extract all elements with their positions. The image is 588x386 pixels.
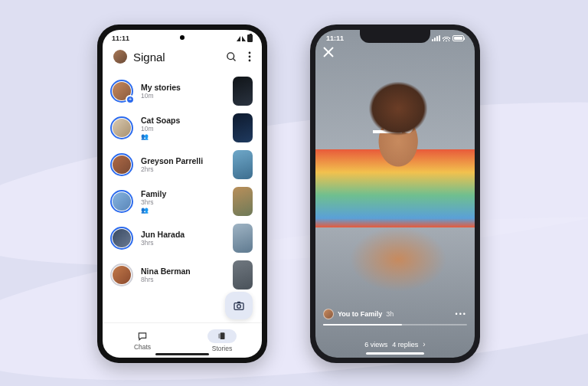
story-text: Cat Soaps10m👥 bbox=[141, 116, 228, 141]
battery-icon bbox=[247, 34, 253, 42]
story-row[interactable]: +My stories10m bbox=[110, 73, 254, 110]
story-progress-bar bbox=[323, 324, 467, 325]
android-phone-frame: 11:11 Signal +My stories10mCat Soaps10m👥… bbox=[97, 25, 267, 363]
story-name: Cat Soaps bbox=[141, 116, 228, 126]
svg-point-2 bbox=[249, 52, 251, 54]
story-row[interactable]: Greyson Parrelli2hrs bbox=[110, 146, 254, 183]
story-text: My stories10m bbox=[141, 83, 228, 100]
story-row[interactable]: Family3hrs👥 bbox=[110, 183, 254, 220]
search-icon[interactable] bbox=[226, 51, 237, 63]
gesture-bar bbox=[155, 353, 209, 355]
svg-line-1 bbox=[233, 58, 235, 61]
android-screen: 11:11 Signal +My stories10mCat Soaps10m👥… bbox=[103, 30, 262, 358]
cellular-icon bbox=[432, 35, 440, 41]
story-meta-row: You to Family 3h ••• bbox=[323, 309, 467, 319]
more-vert-icon[interactable] bbox=[248, 51, 251, 62]
story-avatar bbox=[110, 190, 133, 213]
close-icon bbox=[323, 47, 334, 57]
story-time: 10m bbox=[141, 92, 228, 100]
group-icon: 👥 bbox=[141, 207, 228, 214]
story-thumbnail bbox=[233, 113, 253, 142]
story-avatar bbox=[110, 153, 133, 176]
story-author-avatar[interactable] bbox=[323, 309, 334, 319]
iphone-frame: 11:11 You to Family 3h ••• 6 views 4 rep… bbox=[310, 25, 480, 363]
story-row[interactable]: Jun Harada3hrs bbox=[110, 220, 254, 257]
profile-avatar[interactable] bbox=[113, 50, 127, 64]
stories-icon bbox=[217, 331, 227, 342]
story-more-button[interactable]: ••• bbox=[456, 310, 467, 318]
status-time: 11:11 bbox=[326, 34, 344, 42]
group-icon: 👥 bbox=[141, 133, 228, 140]
stories-list: +My stories10mCat Soaps10m👥Greyson Parre… bbox=[103, 70, 262, 322]
app-title: Signal bbox=[133, 51, 165, 64]
story-text: Jun Harada3hrs bbox=[141, 230, 228, 247]
svg-point-3 bbox=[249, 56, 251, 58]
story-thumbnail bbox=[233, 260, 253, 290]
story-views-label: 6 views bbox=[364, 341, 387, 348]
story-text: Greyson Parrelli2hrs bbox=[141, 156, 228, 174]
story-time: 3hrs bbox=[141, 239, 228, 247]
story-avatar: + bbox=[110, 80, 133, 103]
story-age: 3h bbox=[386, 310, 394, 318]
notch bbox=[360, 30, 430, 43]
iphone-screen: 11:11 You to Family 3h ••• 6 views 4 rep… bbox=[315, 30, 475, 358]
status-time: 11:11 bbox=[112, 34, 129, 42]
battery-icon bbox=[452, 35, 464, 41]
story-row[interactable]: Nina Berman8hrs bbox=[110, 257, 254, 293]
story-replies-label: 4 replies bbox=[392, 341, 418, 348]
story-time: 10m bbox=[141, 125, 228, 132]
story-avatar bbox=[110, 263, 133, 286]
svg-rect-5 bbox=[234, 303, 243, 310]
story-footer[interactable]: 6 views 4 replies › bbox=[315, 340, 475, 348]
close-button[interactable] bbox=[323, 47, 334, 57]
svg-rect-7 bbox=[220, 332, 225, 339]
camera-icon bbox=[233, 299, 245, 312]
story-thumbnail bbox=[233, 150, 253, 179]
story-time: 8hrs bbox=[141, 276, 228, 283]
story-author-line: You to Family bbox=[338, 310, 382, 318]
nav-label: Stories bbox=[212, 345, 232, 352]
nav-label: Chats bbox=[134, 343, 151, 351]
story-name: My stories bbox=[141, 83, 228, 93]
story-name: Jun Harada bbox=[141, 230, 228, 240]
wifi-icon bbox=[242, 36, 246, 41]
story-thumbnail bbox=[233, 187, 253, 216]
svg-rect-8 bbox=[218, 333, 220, 338]
chat-bubble-icon bbox=[137, 331, 148, 342]
story-thumbnail bbox=[233, 224, 253, 253]
story-text: Nina Berman8hrs bbox=[141, 267, 228, 284]
story-name: Family bbox=[141, 189, 228, 199]
chevron-right-icon: › bbox=[423, 340, 425, 348]
svg-point-4 bbox=[249, 60, 251, 62]
story-time: 2hrs bbox=[141, 165, 228, 173]
story-avatar bbox=[110, 116, 133, 139]
signal-icon bbox=[237, 36, 240, 41]
story-name: Nina Berman bbox=[141, 267, 228, 276]
camera-punch-hole bbox=[180, 35, 185, 40]
story-name: Greyson Parrelli bbox=[141, 156, 228, 166]
svg-point-6 bbox=[237, 305, 241, 309]
story-thumbnail bbox=[233, 77, 253, 106]
svg-point-0 bbox=[227, 52, 234, 59]
app-header: Signal bbox=[103, 45, 262, 70]
plus-badge-icon: + bbox=[126, 95, 135, 104]
home-indicator bbox=[366, 352, 424, 355]
wifi-icon bbox=[443, 35, 450, 41]
camera-fab[interactable] bbox=[225, 292, 253, 319]
story-row[interactable]: Cat Soaps10m👥 bbox=[110, 110, 254, 146]
story-avatar bbox=[110, 227, 133, 250]
story-time: 3hrs bbox=[141, 198, 228, 206]
story-text: Family3hrs👥 bbox=[141, 189, 228, 214]
